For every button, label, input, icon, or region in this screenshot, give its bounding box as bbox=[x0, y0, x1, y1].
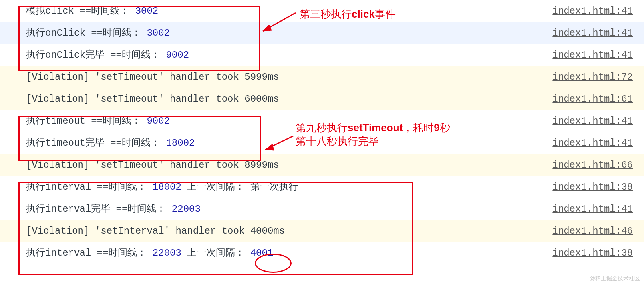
log-segment: 22003 bbox=[172, 204, 201, 214]
log-segment: 9002 bbox=[166, 50, 189, 60]
log-segment: 18002 bbox=[153, 182, 181, 192]
log-segment: 执行timeout ==时间线： bbox=[26, 116, 147, 126]
source-link[interactable]: index1.html:46 bbox=[552, 220, 633, 242]
source-link[interactable]: index1.html:38 bbox=[552, 176, 633, 198]
console-row: [Violation] 'setInterval' handler took 4… bbox=[0, 220, 644, 242]
log-segment: [Violation] 'setTimeout' handler took 59… bbox=[26, 72, 279, 82]
source-link[interactable]: index1.html:66 bbox=[552, 154, 633, 176]
source-link[interactable]: index1.html:41 bbox=[552, 0, 633, 22]
source-link[interactable]: index1.html:41 bbox=[552, 198, 633, 220]
watermark: @稀土掘金技术社区 bbox=[590, 275, 640, 282]
log-segment: 执行interval完毕 ==时间线： bbox=[26, 204, 172, 214]
console-row: 执行onClick ==时间线： 3002index1.html:41 bbox=[0, 22, 644, 44]
console-row: [Violation] 'setTimeout' handler took 60… bbox=[0, 88, 644, 110]
console-row: 执行interval ==时间线： 18002 上一次间隔： 第一次执行inde… bbox=[0, 176, 644, 198]
log-segment: [Violation] 'setTimeout' handler took 60… bbox=[26, 94, 279, 104]
console-row: 执行timeout完毕 ==时间线： 18002index1.html:41 bbox=[0, 132, 644, 154]
console-row: [Violation] 'setTimeout' handler took 89… bbox=[0, 154, 644, 176]
log-segment: 执行interval ==时间线： bbox=[26, 182, 153, 192]
source-link[interactable]: index1.html:41 bbox=[552, 44, 633, 66]
source-link[interactable]: index1.html:41 bbox=[552, 22, 633, 44]
console-row: 执行timeout ==时间线： 9002index1.html:41 bbox=[0, 110, 644, 132]
log-segment: 执行timeout完毕 ==时间线： bbox=[26, 138, 166, 148]
log-segment: 3002 bbox=[135, 6, 159, 16]
log-segment: [Violation] 'setTimeout' handler took 89… bbox=[26, 160, 279, 170]
log-segment: 22003 bbox=[153, 248, 181, 258]
console-rows: 模拟click ==时间线： 3002index1.html:41执行onCli… bbox=[0, 0, 644, 264]
console-row: 执行onClick完毕 ==时间线： 9002index1.html:41 bbox=[0, 44, 644, 66]
source-link[interactable]: index1.html:72 bbox=[552, 66, 633, 88]
log-segment: 上一次间隔： bbox=[181, 248, 250, 258]
console-row: 执行interval ==时间线： 22003 上一次间隔： 4001index… bbox=[0, 242, 644, 264]
source-link[interactable]: index1.html:41 bbox=[552, 110, 633, 132]
source-link[interactable]: index1.html:61 bbox=[552, 88, 633, 110]
log-segment: 3002 bbox=[147, 28, 170, 38]
console-row: 模拟click ==时间线： 3002index1.html:41 bbox=[0, 0, 644, 22]
source-link[interactable]: index1.html:38 bbox=[552, 242, 633, 264]
console-screenshot: { "rows":[ {"type":"log","bg":"","segs":… bbox=[0, 0, 644, 284]
log-segment: 9002 bbox=[147, 116, 170, 126]
log-segment: 18002 bbox=[166, 138, 195, 148]
log-segment: 模拟click ==时间线： bbox=[26, 6, 135, 16]
source-link[interactable]: index1.html:41 bbox=[552, 132, 633, 154]
log-segment: 4001 bbox=[250, 248, 274, 258]
console-row: [Violation] 'setTimeout' handler took 59… bbox=[0, 66, 644, 88]
console-row: 执行interval完毕 ==时间线： 22003index1.html:41 bbox=[0, 198, 644, 220]
log-segment: 执行onClick ==时间线： bbox=[26, 28, 147, 38]
log-segment: 执行interval ==时间线： bbox=[26, 248, 153, 258]
log-segment: [Violation] 'setInterval' handler took 4… bbox=[26, 226, 285, 236]
log-segment: 上一次间隔： 第一次执行 bbox=[181, 182, 298, 192]
log-segment: 执行onClick完毕 ==时间线： bbox=[26, 50, 166, 60]
